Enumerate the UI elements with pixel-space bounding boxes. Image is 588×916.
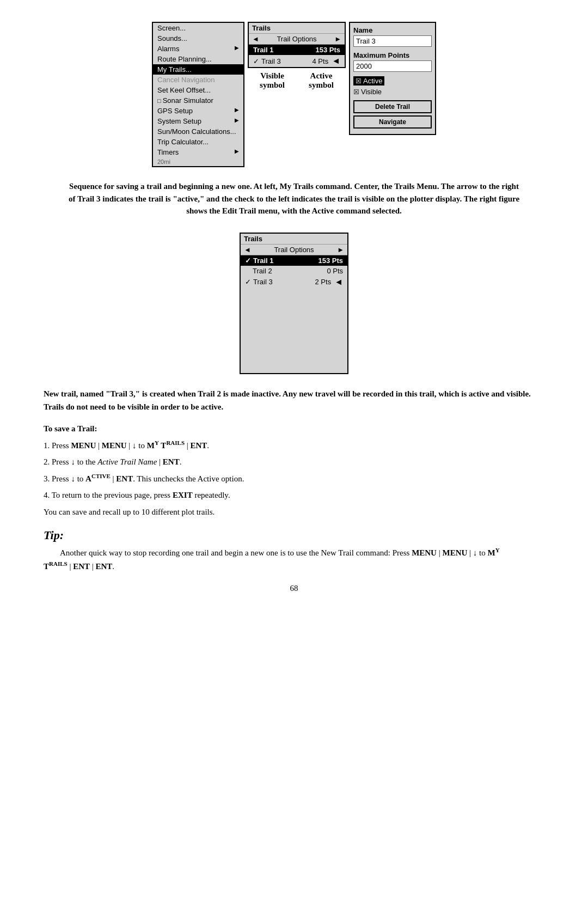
menu-item-route: Route Planning... bbox=[153, 54, 243, 64]
middle-forward-arrow-icon: ► bbox=[337, 246, 344, 254]
center-trails-wrapper: Trails ◄ Trail Options ► Trail 1 153 Pts… bbox=[248, 22, 346, 90]
back-arrow-icon: ◄ bbox=[252, 35, 259, 43]
active-text: Active bbox=[363, 77, 382, 85]
visible-label: Visible bbox=[361, 88, 382, 96]
page-number-text: 68 bbox=[290, 584, 298, 593]
middle-active-arrow-icon: ◄ bbox=[334, 277, 343, 287]
trail-row-1: Trail 1 153 Pts bbox=[249, 45, 345, 55]
menu-item-system: System Setup bbox=[153, 116, 243, 126]
middle-back-arrow-icon: ◄ bbox=[244, 246, 251, 254]
middle-trail-3-pts: 2 Pts bbox=[315, 278, 332, 286]
middle-trail-options-row: ◄ Trail Options ► bbox=[241, 245, 347, 255]
step-4: 4. To return to the previous page, press… bbox=[44, 488, 544, 503]
trail-options-label: Trail Options bbox=[277, 35, 316, 43]
max-points-label: Maximum Points bbox=[353, 51, 432, 59]
step-2: 2. Press ↓ to the Active Trail Name | EN… bbox=[44, 455, 544, 469]
middle-trail-3-label: Trail 3 bbox=[253, 278, 273, 286]
middle-caption: New trail, named "Trail 3," is created w… bbox=[44, 387, 544, 413]
middle-trail-options-label: Trail Options bbox=[274, 246, 314, 254]
navigate-button[interactable]: Navigate bbox=[353, 115, 432, 129]
trails-header: Trails bbox=[249, 23, 345, 34]
menu-item-cancel-nav: Cancel Navigation bbox=[153, 75, 243, 85]
menu-item-keel: Set Keel Offset... bbox=[153, 85, 243, 95]
menu-item-timers: Timers bbox=[153, 147, 243, 157]
menu-item-alarms: Alarms bbox=[153, 44, 243, 54]
menu-item-sonar: □ Sonar Simulator bbox=[153, 95, 243, 106]
save-trail-heading: To save a Trail: bbox=[44, 422, 544, 436]
save-trail-section: To save a Trail: 1. Press MENU | MENU | … bbox=[44, 422, 544, 520]
tip-section: Tip: Another quick way to stop recording… bbox=[44, 528, 544, 573]
trail-row-3: ✓ Trail 3 4 Pts ◄ bbox=[249, 55, 345, 67]
delete-trail-button[interactable]: Delete Trail bbox=[353, 100, 432, 113]
extra-info: You can save and recall up to 10 differe… bbox=[44, 505, 544, 520]
page-number: 68 bbox=[33, 584, 555, 593]
middle-trail-2-label: Trail 2 bbox=[253, 267, 272, 275]
trail-3-pts: 4 Pts bbox=[313, 57, 329, 65]
left-menu-panel: Screen... Sounds... Alarms Route Plannin… bbox=[152, 22, 244, 167]
middle-trail-2-pts: 0 Pts bbox=[327, 267, 343, 275]
trail-1-label: Trail 1 bbox=[253, 46, 274, 54]
step-1: 1. Press MENU | MENU | ↓ to MY TRAILS | … bbox=[44, 438, 544, 453]
middle-trails-panel: Trails ◄ Trail Options ► ✓ Trail 1 153 P… bbox=[240, 233, 348, 374]
middle-trail-row-3: ✓ Trail 3 2 Pts ◄ bbox=[241, 276, 347, 288]
menu-item-20mi: 20mi bbox=[153, 157, 243, 166]
center-trails-panel: Trails ◄ Trail Options ► Trail 1 153 Pts… bbox=[248, 22, 346, 68]
name-label: Name bbox=[353, 26, 432, 34]
trail-options-row: ◄ Trail Options ► bbox=[249, 34, 345, 45]
top-figures-area: Screen... Sounds... Alarms Route Plannin… bbox=[33, 22, 555, 167]
active-arrow-icon: ◄ bbox=[332, 56, 340, 66]
middle-trail-1-pts: 153 Pts bbox=[318, 257, 343, 265]
top-caption-text: Sequence for saving a trail and beginnin… bbox=[69, 182, 519, 215]
forward-arrow-icon: ► bbox=[334, 35, 341, 43]
middle-trail-1-label: Trail 1 bbox=[253, 257, 274, 265]
check-icon: ✓ bbox=[253, 57, 259, 65]
symbol-labels: Visiblesymbol Activesymbol bbox=[248, 71, 346, 90]
middle-caption-text: New trail, named "Trail 3," is created w… bbox=[44, 387, 544, 413]
visible-symbol-label: Visiblesymbol bbox=[260, 71, 285, 90]
menu-item-sunmoon: Sun/Moon Calculations... bbox=[153, 126, 243, 137]
middle-check-1-icon: ✓ bbox=[245, 257, 251, 265]
tip-body: Another quick way to stop recording one … bbox=[44, 546, 544, 573]
middle-figure-area: Trails ◄ Trail Options ► ✓ Trail 1 153 P… bbox=[33, 233, 555, 374]
menu-item-gps: GPS Setup bbox=[153, 106, 243, 116]
top-caption: Sequence for saving a trail and beginnin… bbox=[65, 180, 523, 217]
menu-item-screen: Screen... bbox=[153, 23, 243, 33]
trail-1-pts: 153 Pts bbox=[315, 46, 340, 54]
middle-trail-row-2: Trail 2 0 Pts bbox=[241, 266, 347, 276]
middle-trails-header: Trails bbox=[241, 234, 347, 245]
visible-row: ☒ Visible bbox=[353, 88, 432, 96]
menu-item-mytrails: My Trails... bbox=[153, 64, 243, 75]
trail-3-label: Trail 3 bbox=[261, 57, 281, 65]
menu-item-sounds: Sounds... bbox=[153, 33, 243, 44]
edit-trail-panel: Name Trail 3 Maximum Points 2000 ☒ Activ… bbox=[349, 22, 436, 135]
tip-title: Tip: bbox=[44, 528, 544, 542]
step-3: 3. Press ↓ to ACTIVE | ENT. This uncheck… bbox=[44, 471, 544, 486]
name-value: Trail 3 bbox=[353, 35, 432, 47]
max-points-value: 2000 bbox=[353, 60, 432, 72]
middle-check-3-icon: ✓ bbox=[245, 278, 251, 286]
middle-trail-row-1: ✓ Trail 1 153 Pts bbox=[241, 255, 347, 266]
visible-checkbox: ☒ bbox=[353, 88, 359, 96]
active-symbol-label: Activesymbol bbox=[309, 71, 334, 90]
active-row: ☒ Active bbox=[353, 76, 432, 86]
menu-item-trip: Trip Calculator... bbox=[153, 137, 243, 147]
active-highlight: ☒ Active bbox=[353, 76, 384, 86]
active-checkbox-checked: ☒ bbox=[356, 77, 362, 85]
